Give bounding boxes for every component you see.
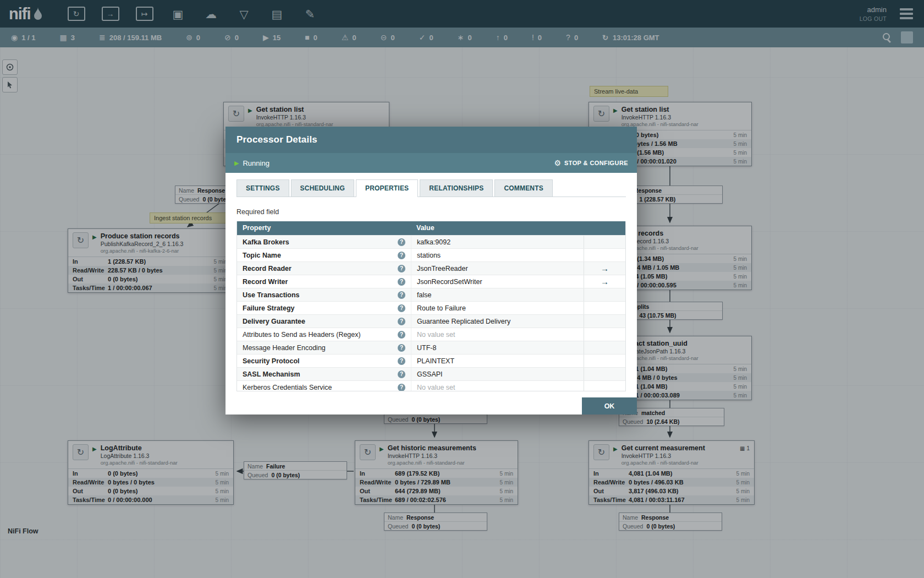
property-value: Route to Failure xyxy=(417,304,466,312)
property-name: Topic Name xyxy=(243,252,281,259)
tab-settings[interactable]: SETTINGS xyxy=(237,179,289,197)
properties-table-header: Property Value xyxy=(237,221,625,235)
stop-and-configure-button[interactable]: ⚙ STOP & CONFIGURE xyxy=(554,159,628,167)
property-row: Topic Name ? stations → xyxy=(237,248,625,261)
property-value: false xyxy=(417,291,431,299)
tab-scheduling[interactable]: SCHEDULING xyxy=(291,179,354,197)
property-value: JsonTreeReader xyxy=(417,265,468,272)
property-row: Security Protocol ? PLAINTEXT → xyxy=(237,354,625,367)
help-icon[interactable]: ? xyxy=(398,304,405,312)
tab-relationships[interactable]: RELATIONSHIPS xyxy=(420,179,493,197)
value-column-header: Value xyxy=(411,221,584,235)
running-state-icon: ▶ xyxy=(234,160,239,167)
help-icon[interactable]: ? xyxy=(398,384,405,391)
property-row: Use Transactions ? false → xyxy=(237,288,625,301)
property-name: SASL Mechanism xyxy=(243,370,300,378)
property-name: Kafka Brokers xyxy=(243,238,289,246)
property-row: Kafka Brokers ? kafka:9092 → xyxy=(237,235,625,248)
help-icon[interactable]: ? xyxy=(398,265,405,272)
property-value: No value set xyxy=(417,384,455,391)
property-name: Failure Strategy xyxy=(243,304,294,312)
help-icon[interactable]: ? xyxy=(398,238,405,246)
property-row: Record Reader ? JsonTreeReader → xyxy=(237,261,625,275)
help-icon[interactable]: ? xyxy=(398,291,405,299)
property-row: Record Writer ? JsonRecordSetWriter → xyxy=(237,275,625,288)
property-row: Failure Strategy ? Route to Failure → xyxy=(237,301,625,314)
property-row: Message Header Encoding ? UTF-8 → xyxy=(237,341,625,354)
property-name: Record Reader xyxy=(243,265,292,272)
help-icon[interactable]: ? xyxy=(398,318,405,325)
property-value: No value set xyxy=(417,331,455,339)
dialog-tabs: SETTINGS SCHEDULING PROPERTIES RELATIONS… xyxy=(237,179,626,197)
properties-table: Property Value Kafka Brokers ? kafka:909… xyxy=(237,221,626,391)
property-row: Kerberos Credentials Service ? No value … xyxy=(237,380,625,391)
help-icon[interactable]: ? xyxy=(398,344,405,352)
property-row: Delivery Guarantee ? Guarantee Replicate… xyxy=(237,314,625,328)
dialog-status-row: ▶ Running ⚙ STOP & CONFIGURE xyxy=(226,153,637,173)
required-field-note: Required field xyxy=(237,208,626,216)
property-value: UTF-8 xyxy=(417,344,436,352)
property-name: Use Transactions xyxy=(243,291,300,299)
go-to-service-icon[interactable]: → xyxy=(601,277,609,286)
property-row: SASL Mechanism ? GSSAPI → xyxy=(237,367,625,380)
run-status-label: Running xyxy=(243,159,269,167)
help-icon[interactable]: ? xyxy=(398,278,405,286)
tab-properties[interactable]: PROPERTIES xyxy=(356,179,418,197)
tab-comments[interactable]: COMMENTS xyxy=(494,179,553,197)
stop-and-configure-label: STOP & CONFIGURE xyxy=(564,160,628,166)
help-icon[interactable]: ? xyxy=(398,370,405,378)
property-name: Record Writer xyxy=(243,278,288,286)
help-icon[interactable]: ? xyxy=(398,331,405,339)
property-name: Security Protocol xyxy=(243,357,300,365)
property-value: Guarantee Replicated Delivery xyxy=(417,318,510,325)
properties-table-body: Kafka Brokers ? kafka:9092 → Topic xyxy=(237,235,625,391)
property-value: kafka:9092 xyxy=(417,238,450,246)
property-name: Delivery Guarantee xyxy=(243,318,305,325)
property-name: Attributes to Send as Headers (Regex) xyxy=(243,331,361,339)
property-value: GSSAPI xyxy=(417,370,443,378)
property-value: PLAINTEXT xyxy=(417,357,454,365)
dialog-title: Processor Details xyxy=(237,134,317,145)
property-row: Attributes to Send as Headers (Regex) ? … xyxy=(237,328,625,341)
property-column-header: Property xyxy=(237,221,411,235)
go-to-service-icon[interactable]: → xyxy=(601,264,609,273)
processor-details-dialog: Processor Details ▶ Running ⚙ STOP & CON… xyxy=(226,127,637,415)
help-icon[interactable]: ? xyxy=(398,357,405,365)
gear-icon: ⚙ xyxy=(554,159,561,167)
dialog-header[interactable]: Processor Details xyxy=(226,127,637,153)
property-value: JsonRecordSetWriter xyxy=(417,278,482,286)
property-name: Message Header Encoding xyxy=(243,344,326,352)
ok-button[interactable]: OK xyxy=(582,397,637,415)
help-icon[interactable]: ? xyxy=(398,252,405,259)
property-name: Kerberos Credentials Service xyxy=(243,384,332,391)
property-value: stations xyxy=(417,252,441,259)
